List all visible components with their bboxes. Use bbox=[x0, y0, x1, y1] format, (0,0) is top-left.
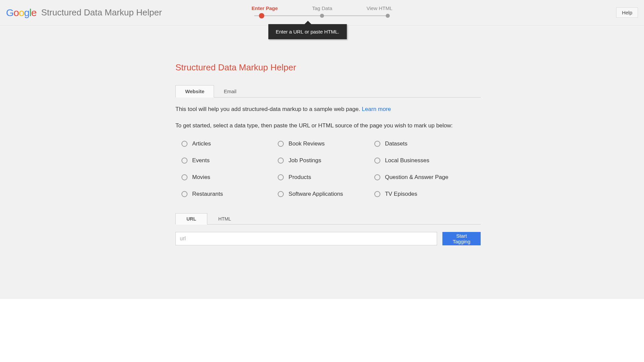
radio-label: Book Reviews bbox=[288, 140, 325, 147]
step-enter-page[interactable]: Enter Page bbox=[252, 5, 278, 11]
progress-stepper: Enter Page Tag Data View HTML bbox=[252, 5, 392, 19]
radio-datasets[interactable]: Datasets bbox=[374, 140, 464, 147]
app-title: Structured Data Markup Helper bbox=[41, 7, 162, 18]
radio-icon bbox=[278, 158, 284, 164]
radio-movies[interactable]: Movies bbox=[181, 174, 271, 181]
radio-label: Restaurants bbox=[192, 191, 223, 197]
input-tab-url[interactable]: URL bbox=[175, 213, 207, 225]
help-button[interactable]: Help bbox=[616, 7, 638, 18]
instruction-text: To get started, select a data type, then… bbox=[175, 122, 481, 129]
input-tab-html[interactable]: HTML bbox=[207, 213, 242, 225]
radio-icon bbox=[278, 191, 284, 197]
url-input[interactable] bbox=[175, 232, 437, 245]
radio-label: Local Businesses bbox=[385, 157, 429, 164]
radio-icon bbox=[181, 174, 187, 180]
radio-icon bbox=[374, 174, 380, 180]
radio-icon bbox=[181, 158, 187, 164]
data-type-grid: Articles Book Reviews Datasets Events Jo… bbox=[175, 140, 464, 197]
radio-icon bbox=[278, 174, 284, 180]
radio-articles[interactable]: Articles bbox=[181, 140, 271, 147]
step-tag-data: Tag Data bbox=[312, 5, 332, 11]
radio-label: TV Episodes bbox=[385, 191, 417, 197]
radio-label: Articles bbox=[192, 140, 211, 147]
mode-tabs: Website Email bbox=[175, 85, 481, 98]
page-heading: Structured Data Markup Helper bbox=[175, 62, 481, 73]
start-tagging-button[interactable]: Start Tagging bbox=[442, 232, 481, 245]
radio-label: Software Applications bbox=[288, 191, 343, 197]
radio-qa-page[interactable]: Question & Answer Page bbox=[374, 174, 464, 181]
radio-label: Job Postings bbox=[288, 157, 321, 164]
radio-label: Question & Answer Page bbox=[385, 174, 448, 181]
intro-text: This tool will help you add structured-d… bbox=[175, 105, 481, 114]
radio-icon bbox=[181, 191, 187, 197]
learn-more-link[interactable]: Learn more bbox=[362, 106, 391, 112]
radio-products[interactable]: Products bbox=[278, 174, 367, 181]
step-view-html: View HTML bbox=[367, 5, 392, 11]
radio-icon bbox=[374, 141, 380, 147]
progress-dot-3 bbox=[386, 14, 390, 18]
input-source-tabs: URL HTML bbox=[175, 213, 481, 225]
content-area: Structured Data Markup Helper Website Em… bbox=[0, 25, 644, 265]
radio-icon bbox=[278, 141, 284, 147]
radio-icon bbox=[374, 191, 380, 197]
intro-text-body: This tool will help you add structured-d… bbox=[175, 106, 362, 112]
footer-spacer bbox=[0, 298, 644, 362]
radio-label: Movies bbox=[192, 174, 210, 181]
radio-label: Events bbox=[192, 157, 210, 164]
radio-icon bbox=[181, 141, 187, 147]
radio-label: Products bbox=[288, 174, 311, 181]
tab-website[interactable]: Website bbox=[175, 85, 214, 98]
radio-restaurants[interactable]: Restaurants bbox=[181, 191, 271, 197]
radio-local-businesses[interactable]: Local Businesses bbox=[374, 157, 464, 164]
tab-email[interactable]: Email bbox=[214, 85, 246, 98]
radio-icon bbox=[374, 158, 380, 164]
progress-track bbox=[252, 12, 392, 19]
radio-software-applications[interactable]: Software Applications bbox=[278, 191, 367, 197]
radio-job-postings[interactable]: Job Postings bbox=[278, 157, 367, 164]
radio-label: Datasets bbox=[385, 140, 408, 147]
radio-events[interactable]: Events bbox=[181, 157, 271, 164]
step-tooltip: Enter a URL or paste HTML. bbox=[268, 24, 347, 39]
radio-book-reviews[interactable]: Book Reviews bbox=[278, 140, 367, 147]
google-logo: Google bbox=[6, 7, 37, 18]
top-bar: Google Structured Data Markup Helper Ent… bbox=[0, 0, 644, 25]
progress-dot-1 bbox=[259, 13, 264, 18]
input-row: Start Tagging bbox=[175, 232, 481, 245]
logo-area: Google Structured Data Markup Helper bbox=[6, 7, 162, 18]
radio-tv-episodes[interactable]: TV Episodes bbox=[374, 191, 464, 197]
progress-dot-2 bbox=[320, 14, 324, 18]
